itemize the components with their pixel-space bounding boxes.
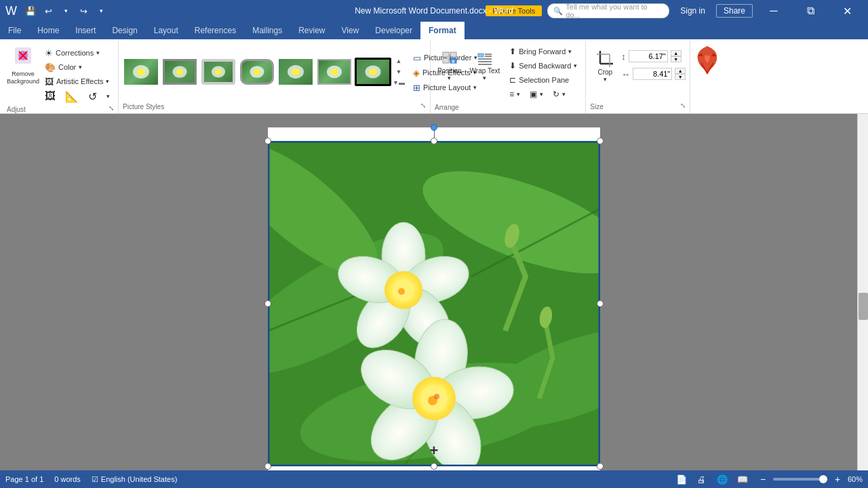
tab-file[interactable]: File — [0, 22, 29, 39]
corrections-button[interactable]: ☀ Corrections ▾ — [41, 46, 114, 60]
redo-button[interactable]: ↪ — [75, 3, 92, 19]
wrap-text-dropdown[interactable]: ▾ — [483, 75, 486, 81]
adjust-expand[interactable]: ⤡ — [108, 104, 114, 112]
width-up[interactable]: ▲ — [675, 68, 686, 74]
picture-style-2[interactable] — [161, 58, 198, 86]
handle-middle-left[interactable] — [264, 300, 271, 307]
selection-pane-button[interactable]: ⊏ Selection Pane — [505, 73, 581, 87]
align-button[interactable]: ≡ ▾ — [505, 87, 524, 101]
quick-access-toolbar: 💾 ↩ ▾ ↪ ▾ — [22, 3, 109, 19]
svg-point-9 — [254, 69, 261, 75]
reset-dropdown[interactable]: ▾ — [102, 89, 114, 103]
width-down[interactable]: ▼ — [675, 74, 686, 80]
bring-forward-dropdown[interactable]: ▾ — [568, 48, 572, 55]
svg-rect-16 — [443, 52, 449, 57]
zoom-in-button[interactable]: + — [830, 472, 845, 487]
color-dropdown[interactable]: ▾ — [79, 64, 82, 70]
picture-style-6[interactable] — [316, 58, 353, 86]
handle-top-right[interactable] — [597, 138, 604, 144]
send-backward-dropdown[interactable]: ▾ — [574, 62, 577, 69]
height-up[interactable]: ▲ — [671, 50, 682, 56]
tab-format[interactable]: Format — [420, 22, 465, 39]
tab-mailings[interactable]: Mailings — [244, 22, 290, 39]
customize-quick-access[interactable]: ▾ — [93, 3, 109, 19]
share-button[interactable]: Share — [716, 4, 753, 18]
minimize-button[interactable]: ─ — [758, 0, 789, 22]
group-button[interactable]: ▣ ▾ — [526, 87, 547, 101]
picture-style-5[interactable] — [277, 58, 314, 86]
search-icon: 🔍 — [553, 7, 563, 16]
handle-top-left[interactable] — [264, 138, 271, 144]
handle-middle-right[interactable] — [597, 300, 604, 307]
save-button[interactable]: 💾 — [22, 3, 39, 19]
corrections-icon: ☀ — [45, 48, 53, 58]
handle-rotation[interactable] — [431, 124, 437, 131]
picture-style-3[interactable] — [200, 58, 237, 86]
view-web-button[interactable]: 🌐 — [715, 472, 730, 487]
gallery-scroll-down[interactable]: ▼ — [394, 67, 403, 77]
rotate-dropdown[interactable]: ▾ — [562, 91, 566, 98]
tab-layout[interactable]: Layout — [146, 22, 186, 39]
image-container[interactable] — [268, 141, 600, 466]
tab-home[interactable]: Home — [29, 22, 67, 39]
zoom-thumb[interactable] — [819, 475, 827, 483]
tab-references[interactable]: References — [186, 22, 244, 39]
artistic-effects-button[interactable]: 🖼 Artistic Effects ▾ — [41, 75, 114, 88]
crop-dropdown[interactable]: ▾ — [604, 76, 607, 83]
rotate-button[interactable]: ↻ ▾ — [549, 87, 570, 101]
tab-design[interactable]: Design — [104, 22, 145, 39]
height-row: ↕ ▲ ▼ — [621, 50, 686, 62]
picture-style-1[interactable] — [123, 58, 159, 86]
tab-insert[interactable]: Insert — [67, 22, 104, 39]
language-info: ☑ English (United States) — [92, 475, 178, 484]
position-dropdown[interactable]: ▾ — [448, 75, 451, 81]
handle-top-center[interactable] — [431, 138, 437, 144]
close-button[interactable]: ✕ — [831, 0, 863, 22]
undo-dropdown[interactable]: ▾ — [58, 3, 74, 19]
height-down[interactable]: ▼ — [671, 56, 682, 62]
corrections-dropdown[interactable]: ▾ — [96, 49, 100, 56]
zoom-out-button[interactable]: − — [755, 472, 770, 487]
picture-style-4[interactable] — [239, 58, 275, 86]
zoom-slider[interactable] — [773, 478, 827, 481]
view-normal-button[interactable]: 📄 — [674, 472, 689, 487]
picture-style-7[interactable] — [355, 58, 391, 86]
tell-me-input[interactable]: 🔍 Tell me what you want to do... — [547, 3, 669, 18]
size-expand[interactable]: ⤡ — [680, 102, 686, 109]
handle-bottom-right[interactable] — [597, 463, 604, 470]
color-button[interactable]: 🎨 Color ▾ — [41, 60, 114, 74]
reset-picture-button[interactable]: ↺ — [84, 89, 101, 103]
view-read-button[interactable]: 📖 — [735, 472, 750, 487]
position-icon: ▦ — [441, 51, 458, 67]
gallery-more[interactable]: ▼▬ — [394, 78, 403, 87]
artistic-effects-dropdown[interactable]: ▾ — [106, 78, 109, 85]
change-picture-button[interactable]: 🖼 — [41, 89, 60, 103]
text-cursor: + — [430, 442, 439, 460]
group-dropdown[interactable]: ▾ — [540, 91, 543, 98]
vertical-scrollbar[interactable] — [857, 114, 868, 470]
sign-in-button[interactable]: Sign in — [675, 5, 711, 17]
crop-button[interactable]: Crop ▾ — [590, 43, 620, 88]
align-dropdown[interactable]: ▾ — [517, 91, 520, 98]
wrap-text-button[interactable]: Wrap Text ▾ — [467, 43, 503, 88]
bring-forward-button[interactable]: ⬆ Bring Forward ▾ — [505, 45, 581, 58]
handle-bottom-left[interactable] — [264, 463, 271, 470]
picture-styles-expand[interactable]: ⤡ — [420, 102, 426, 109]
wrap-text-icon — [477, 51, 493, 67]
position-button[interactable]: ▦ Position ▾ — [435, 43, 465, 88]
width-input[interactable] — [633, 68, 672, 80]
send-backward-button[interactable]: ⬇ Send Backward ▾ — [505, 59, 581, 73]
remove-background-button[interactable]: Remove Background — [7, 43, 39, 88]
gallery-scroll-up[interactable]: ▲ — [394, 56, 403, 66]
tab-view[interactable]: View — [334, 22, 368, 39]
width-spinner: ▲ ▼ — [675, 68, 686, 80]
view-print-button[interactable]: 🖨 — [694, 472, 709, 487]
restore-button[interactable]: ⧉ — [795, 0, 826, 22]
tab-review[interactable]: Review — [290, 22, 333, 39]
tabs-row: File Home Insert Design Layout Reference… — [0, 22, 868, 39]
height-input[interactable] — [629, 50, 668, 62]
compress-pictures-button[interactable]: 📐 — [61, 89, 83, 103]
handle-bottom-center[interactable] — [431, 463, 437, 470]
undo-button[interactable]: ↩ — [40, 3, 56, 19]
tab-developer[interactable]: Developer — [367, 22, 420, 39]
